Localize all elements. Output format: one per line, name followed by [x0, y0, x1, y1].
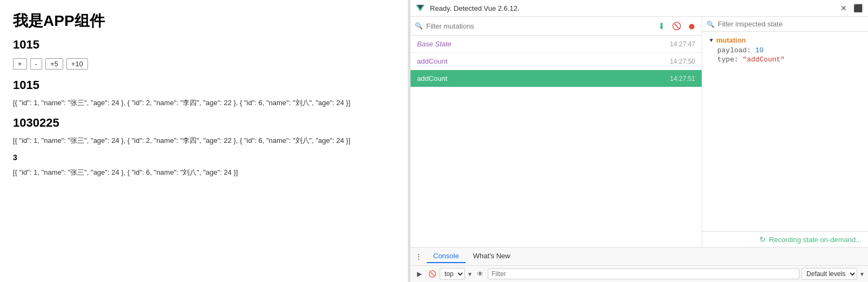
data-line-2: [{ "id": 1, "name": "张三", "age": 24 }, {…: [13, 135, 397, 146]
mutation-section-header: ▼ mutation: [709, 36, 862, 44]
console-toolbar: ▶ 🚫 top ▼ 👁 Default levels ▼: [411, 266, 868, 282]
data-line-3: [{ "id": 1, "name": "张三", "age": 24 }, {…: [13, 167, 397, 178]
mutation-item-base[interactable]: Base State 14:27:47: [411, 36, 702, 53]
console-context-select[interactable]: top: [440, 268, 465, 280]
state-search-icon: 🔍: [706, 20, 715, 28]
mutation-section: ▼ mutation payload: 10 type: "addCount": [709, 36, 862, 64]
console-block-btn[interactable]: 🚫: [427, 269, 438, 279]
count-display-2: 1015: [13, 78, 397, 92]
mutation-name-base: Base State: [417, 40, 452, 48]
chevron-icon: ▼: [709, 37, 714, 43]
ban-icon: 🚫: [672, 22, 681, 30]
app-title: 我是APP组件: [13, 11, 397, 31]
filter-mutations-input[interactable]: [426, 22, 652, 30]
console-tabs: ⋮ Console What's New: [411, 247, 868, 266]
console-levels-select[interactable]: Default levels: [802, 268, 857, 280]
mutation-time-addcount2: 14:27:51: [670, 75, 695, 82]
data-line-1: [{ "id": 1, "name": "张三", "age": 24 }, {…: [13, 98, 397, 108]
state-toolbar: 🔍: [702, 17, 868, 32]
refresh-icon: ↻: [759, 235, 766, 244]
count-display-1: 1015: [13, 38, 397, 52]
prop-key-type: type: [717, 56, 734, 64]
download-icon: ⬇: [658, 21, 665, 31]
state-prop-type: type: "addCount": [709, 56, 862, 64]
devtools-main: 🔍 ⬇ 🚫 ⬤ Base State 14:27:47 addCou: [411, 17, 868, 247]
console-eye-btn[interactable]: 👁: [475, 269, 486, 279]
state-prop-payload: payload: 10: [709, 46, 862, 54]
mutations-toolbar: 🔍 ⬇ 🚫 ⬤: [411, 17, 702, 36]
filter-state-input[interactable]: [718, 20, 864, 28]
levels-dropdown-icon: ▼: [859, 271, 865, 277]
num-display: 3: [13, 153, 397, 162]
count-display-3: 1030225: [13, 116, 397, 130]
prop-val-type: "addCount": [743, 56, 785, 64]
top-bar-icons: ✕ ⬛: [838, 2, 864, 14]
search-icon: 🔍: [415, 22, 423, 30]
close-button[interactable]: ✕: [838, 2, 850, 14]
drag-handle[interactable]: [408, 0, 410, 282]
btn-plus5[interactable]: +5: [45, 58, 63, 70]
btn-plus10[interactable]: +10: [66, 58, 88, 70]
btn-plus[interactable]: +: [13, 58, 27, 70]
record-icon-btn[interactable]: ⬤: [685, 20, 697, 32]
record-icon: ⬤: [689, 23, 695, 29]
mutation-label: mutation: [716, 36, 746, 44]
mutation-time-addcount1: 14:27:50: [670, 58, 695, 65]
console-bar: ⋮ Console What's New ▶ 🚫 top ▼ 👁 Default…: [411, 247, 868, 282]
mutation-item-addcount1[interactable]: addCount 14:27:50: [411, 53, 702, 70]
console-dropdown-icon: ▼: [467, 271, 473, 277]
button-row: + - +5 +10: [13, 58, 397, 70]
state-panel: 🔍 ▼ mutation payload: 10 type: "addCount…: [702, 17, 868, 247]
btn-minus[interactable]: -: [30, 58, 42, 70]
vue-logo-icon: [415, 3, 426, 13]
maximize-button[interactable]: ⬛: [852, 2, 864, 14]
mutations-list: Base State 14:27:47 addCount 14:27:50 ad…: [411, 36, 702, 247]
top-bar: Ready. Detected Vue 2.6.12. ✕ ⬛: [411, 0, 868, 17]
ban-icon-btn[interactable]: 🚫: [670, 20, 682, 32]
download-icon-btn[interactable]: ⬇: [655, 20, 667, 32]
ready-text: Ready. Detected Vue 2.6.12.: [430, 4, 838, 12]
console-filter-input[interactable]: [488, 269, 799, 279]
left-panel: 我是APP组件 1015 + - +5 +10 1015 [{ "id": 1,…: [0, 0, 411, 282]
console-play-btn[interactable]: ▶: [414, 269, 425, 279]
prop-val-payload: 10: [755, 46, 764, 54]
mutations-panel: 🔍 ⬇ 🚫 ⬤ Base State 14:27:47 addCou: [411, 17, 702, 247]
recording-text: Recording state on-demand...: [769, 236, 862, 244]
mutation-name-addcount1: addCount: [417, 57, 447, 65]
tab-console[interactable]: Console: [427, 250, 466, 263]
right-panel: Ready. Detected Vue 2.6.12. ✕ ⬛ 🔍 ⬇ 🚫 ⬤: [411, 0, 868, 282]
mutation-item-addcount2[interactable]: addCount 14:27:51: [411, 70, 702, 87]
state-list: ▼ mutation payload: 10 type: "addCount": [702, 32, 868, 231]
tab-whats-new[interactable]: What's New: [467, 250, 517, 263]
mutation-name-addcount2: addCount: [417, 74, 447, 82]
prop-key-payload: payload: [717, 46, 747, 54]
recording-bar: ↻ Recording state on-demand...: [702, 231, 868, 247]
mutation-time-base: 14:27:47: [670, 40, 695, 48]
console-menu-icon[interactable]: ⋮: [415, 252, 422, 261]
